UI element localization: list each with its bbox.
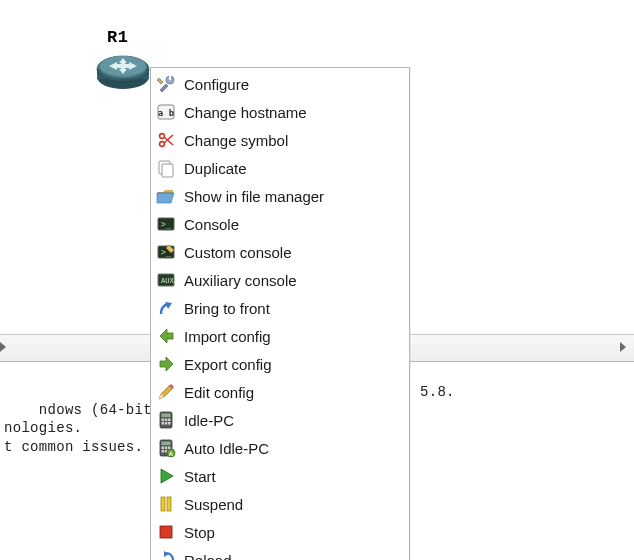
menu-item-label: Configure <box>184 76 249 93</box>
menu-item-label: Auxiliary console <box>184 272 297 289</box>
device-context-menu: ConfigureChange hostnameChange symbolDup… <box>150 67 410 560</box>
menu-item-reload[interactable]: Reload <box>152 546 408 560</box>
menu-item-idle-pc[interactable]: Idle-PC <box>152 406 408 434</box>
menu-item-console[interactable]: Console <box>152 210 408 238</box>
menu-item-suspend[interactable]: Suspend <box>152 490 408 518</box>
stop-icon <box>156 522 176 542</box>
menu-item-export-config[interactable]: Export config <box>152 350 408 378</box>
menu-item-label: Export config <box>184 356 272 373</box>
menu-item-label: Console <box>184 216 239 233</box>
scissors-icon <box>156 130 176 150</box>
menu-item-start[interactable]: Start <box>152 462 408 490</box>
menu-item-change-symbol[interactable]: Change symbol <box>152 126 408 154</box>
menu-item-configure[interactable]: Configure <box>152 70 408 98</box>
menu-item-label: Stop <box>184 524 215 541</box>
calculator-icon <box>156 410 176 430</box>
menu-item-label: Suspend <box>184 496 243 513</box>
menu-item-label: Show in file manager <box>184 188 324 205</box>
hostname-icon <box>156 102 176 122</box>
menu-item-label: Custom console <box>184 244 292 261</box>
pencil-icon <box>156 382 176 402</box>
device-label: R1 <box>107 28 128 47</box>
menu-item-label: Start <box>184 468 216 485</box>
arrow-curve-up-icon <box>156 298 176 318</box>
menu-item-change-hostname[interactable]: Change hostname <box>152 98 408 126</box>
router-icon[interactable] <box>95 47 151 94</box>
menu-item-label: Change symbol <box>184 132 288 149</box>
export-arrow-icon <box>156 354 176 374</box>
folder-open-icon <box>156 186 176 206</box>
menu-item-label: Change hostname <box>184 104 307 121</box>
terminal-edit-icon <box>156 242 176 262</box>
topology-canvas[interactable]: R1 <box>0 0 634 560</box>
import-arrow-icon <box>156 326 176 346</box>
menu-item-label: Import config <box>184 328 271 345</box>
svg-marker-10 <box>0 342 6 352</box>
copy-icon <box>156 158 176 178</box>
terminal-icon <box>156 214 176 234</box>
svg-marker-11 <box>620 342 626 352</box>
menu-item-label: Bring to front <box>184 300 270 317</box>
play-icon <box>156 466 176 486</box>
menu-item-label: Auto Idle-PC <box>184 440 269 457</box>
expand-left-icon[interactable] <box>0 340 10 354</box>
terminal-aux-icon <box>156 270 176 290</box>
reload-icon <box>156 550 176 560</box>
pause-icon <box>156 494 176 514</box>
menu-item-label: Idle-PC <box>184 412 234 429</box>
wrench-screwdriver-icon <box>156 74 176 94</box>
menu-item-edit-config[interactable]: Edit config <box>152 378 408 406</box>
menu-item-label: Duplicate <box>184 160 247 177</box>
menu-item-custom-console[interactable]: Custom console <box>152 238 408 266</box>
menu-item-label: Edit config <box>184 384 254 401</box>
menu-item-show-in-fm[interactable]: Show in file manager <box>152 182 408 210</box>
menu-item-import-config[interactable]: Import config <box>152 322 408 350</box>
menu-item-label: Reload <box>184 552 232 561</box>
calculator-auto-icon <box>156 438 176 458</box>
menu-item-bring-to-front[interactable]: Bring to front <box>152 294 408 322</box>
expand-right-icon[interactable] <box>618 340 630 354</box>
console-log-fragment: 5.8. <box>420 383 455 401</box>
menu-item-auto-idle-pc[interactable]: Auto Idle-PC <box>152 434 408 462</box>
menu-item-duplicate[interactable]: Duplicate <box>152 154 408 182</box>
menu-item-aux-console[interactable]: Auxiliary console <box>152 266 408 294</box>
menu-item-stop[interactable]: Stop <box>152 518 408 546</box>
